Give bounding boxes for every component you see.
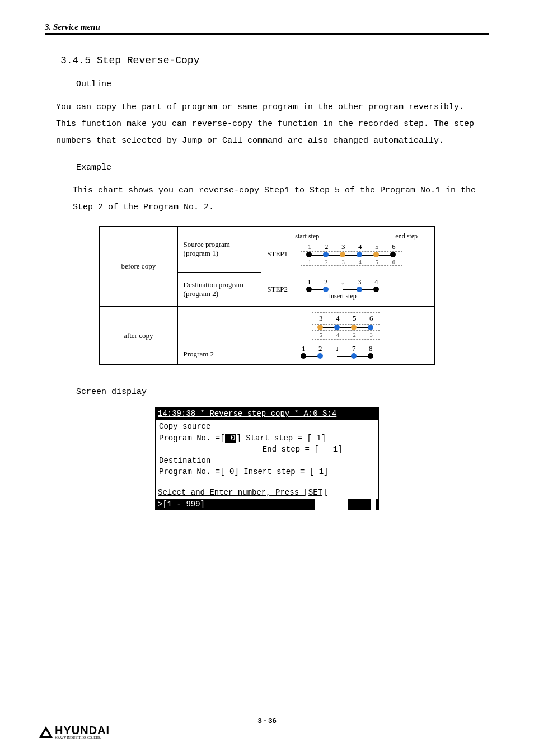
after-bot-num: 2 xyxy=(312,344,329,353)
page-number: 3 - 36 xyxy=(0,716,534,725)
s1-num: 3 xyxy=(335,242,352,251)
node-dot xyxy=(368,325,373,330)
screen-line: Destination xyxy=(159,455,375,466)
footer-rule xyxy=(45,710,489,710)
example-label: Example xyxy=(76,163,489,172)
screen-line: End step = [ 1] xyxy=(159,444,375,455)
screen-prompt: Select and Enter number, Press [SET] xyxy=(156,487,378,498)
s1-idx: 6 xyxy=(385,259,402,265)
program2-cell: Program 2 xyxy=(177,307,261,365)
after-top-num: 6 xyxy=(363,314,380,323)
outline-text: You can copy the part of program or same… xyxy=(56,99,484,149)
after-top-idx: 4 xyxy=(329,332,346,338)
s2-num: 3 xyxy=(351,278,368,287)
header-rule xyxy=(45,33,489,35)
s1-num: 6 xyxy=(385,242,402,251)
node-dot xyxy=(357,252,362,257)
node-dot xyxy=(351,325,357,330)
s2-num: 1 xyxy=(301,278,317,287)
triangle-icon xyxy=(39,726,53,738)
before-copy-cell: before copy xyxy=(100,227,178,307)
s1-idx: 3 xyxy=(335,259,352,265)
s2-num: 4 xyxy=(368,278,385,287)
brand-logo: HYUNDAI HEAVY INDUSTRIES CO.,LTD. xyxy=(39,724,110,739)
screen-line: Copy source xyxy=(159,421,375,432)
node-dot xyxy=(340,252,345,257)
end-step-label: end step xyxy=(395,232,418,241)
screen-titlebar: 14:39:38 * Reverse step copy * A:0 S:4 xyxy=(156,407,378,420)
program2-label: Program 2 xyxy=(184,350,214,358)
step1-label: STEP1 xyxy=(267,250,301,259)
node-dot xyxy=(390,252,396,257)
screen-range-bar: >[1 - 999] xyxy=(156,499,378,510)
destination-program-cell: Destination program (program 2) xyxy=(177,272,261,307)
source-program-cell: Source program (program 1) xyxy=(177,227,261,273)
after-top-num: 4 xyxy=(329,314,346,323)
screen-line: Program No. =[ 0] Insert step = [ 1] xyxy=(159,466,375,477)
screen-display-box: 14:39:38 * Reverse step copy * A:0 S:4 C… xyxy=(155,407,379,510)
arrow-down-icon: ↓ xyxy=(329,344,345,353)
screen-display-label: Screen display xyxy=(76,387,489,397)
after-top-num: 3 xyxy=(312,314,329,323)
node-dot xyxy=(317,325,323,330)
step1-graphic-cell: start step end step STEP1 1 2 3 4 5 6 xyxy=(261,227,435,273)
after-top-num: 5 xyxy=(346,314,363,323)
destination-program-label: Destination program (program 2) xyxy=(184,280,243,298)
node-dot xyxy=(357,287,362,292)
after-top-idx: 3 xyxy=(363,332,380,338)
node-dot xyxy=(323,252,329,257)
node-dot xyxy=(306,252,312,257)
section-heading: 3.4.5 Step Reverse-Copy xyxy=(60,55,489,66)
s1-idx: 4 xyxy=(352,259,368,265)
after-graphic-cell: 3 4 5 6 5 4 2 3 xyxy=(261,307,435,365)
s1-num: 4 xyxy=(352,242,368,251)
screen-cursor-field: 0 xyxy=(225,434,237,443)
s1-num: 2 xyxy=(318,242,335,251)
screen-body: Copy source Program No. =[ 0] Start step… xyxy=(156,420,378,487)
node-dot xyxy=(301,353,306,359)
after-top-idx: 2 xyxy=(346,332,363,338)
node-dot xyxy=(351,353,357,359)
after-bot-num: 1 xyxy=(295,344,312,353)
screen-range-text: >[1 - 999] xyxy=(158,499,205,510)
source-program-label: Source program (program 1) xyxy=(184,240,230,257)
screen-range-blank xyxy=(315,499,348,510)
screen-line: Program No. =[ 0] Start step = [ 1] xyxy=(159,433,375,444)
after-top-idx: 5 xyxy=(312,332,329,338)
insert-step-label: insert step xyxy=(301,292,385,300)
node-dot xyxy=(368,353,373,359)
screen-text: ] Start step = [ 1] xyxy=(236,434,326,443)
s1-idx: 2 xyxy=(318,259,335,265)
node-dot xyxy=(334,325,340,330)
start-step-label: start step xyxy=(295,232,319,241)
example-text: This chart shows you can reverse-copy St… xyxy=(73,182,484,216)
page-header: 3. Service menu xyxy=(45,22,489,32)
s2-num: 2 xyxy=(317,278,334,287)
screen-range-blank xyxy=(371,499,376,510)
s1-idx: 1 xyxy=(301,259,318,265)
arrow-down-icon: ↓ xyxy=(334,278,351,287)
s1-idx: 5 xyxy=(368,259,385,265)
screen-text: Program No. =[ xyxy=(159,434,225,443)
after-bot-num: 8 xyxy=(362,344,379,353)
s1-num: 5 xyxy=(368,242,385,251)
outline-label: Outline xyxy=(76,79,489,89)
node-dot xyxy=(373,287,379,292)
step2-label: STEP2 xyxy=(267,285,301,294)
brand-name: HYUNDAI xyxy=(55,724,110,736)
node-dot xyxy=(323,287,329,292)
s1-num: 1 xyxy=(301,242,318,251)
after-bot-num: 7 xyxy=(345,344,362,353)
diagram-table: before copy Source program (program 1) s… xyxy=(99,226,435,365)
after-copy-cell: after copy xyxy=(100,307,178,365)
node-dot xyxy=(306,287,312,292)
node-dot xyxy=(317,353,323,359)
node-dot xyxy=(373,252,379,257)
step2-graphic-cell: STEP2 1 2 ↓ 3 4 xyxy=(261,272,435,307)
